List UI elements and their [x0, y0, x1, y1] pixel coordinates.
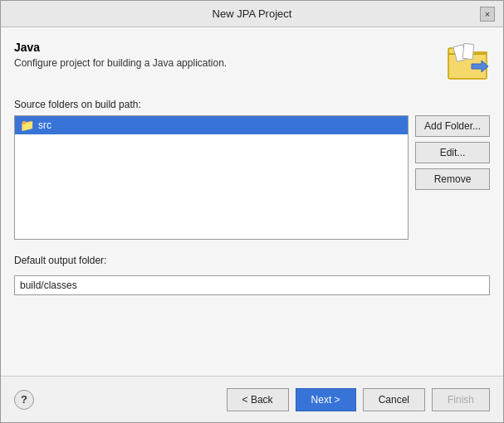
footer: ? < Back Next > Cancel Finish: [1, 376, 503, 422]
header-text: Java Configure project for building a Ja…: [14, 41, 447, 69]
page-description: Configure project for building a Java ap…: [14, 57, 447, 69]
footer-left: ?: [14, 390, 34, 410]
list-item[interactable]: 📁 src: [15, 116, 408, 134]
cancel-button[interactable]: Cancel: [363, 388, 425, 411]
content-area: Java Configure project for building a Ja…: [1, 27, 503, 376]
finish-button[interactable]: Finish: [432, 388, 490, 411]
edit-button[interactable]: Edit...: [415, 142, 490, 163]
source-folders-section: 📁 src Add Folder... Edit... Remove: [14, 115, 490, 240]
remove-button[interactable]: Remove: [415, 168, 490, 190]
dialog-title: New JPA Project: [24, 7, 480, 20]
add-folder-button[interactable]: Add Folder...: [415, 115, 490, 137]
source-item-name: src: [38, 119, 51, 131]
footer-right: < Back Next > Cancel Finish: [227, 388, 490, 411]
close-button[interactable]: ×: [480, 7, 495, 22]
source-folders-list: 📁 src: [14, 115, 409, 240]
help-button[interactable]: ?: [14, 390, 34, 410]
java-icon-svg: [447, 41, 490, 84]
folder-icon: 📁: [20, 119, 34, 132]
output-folder-label: Default output folder:: [14, 255, 490, 266]
output-folder-section: Default output folder:: [14, 255, 490, 295]
back-button[interactable]: < Back: [227, 388, 289, 411]
page-title: Java: [14, 41, 447, 54]
output-folder-input[interactable]: [14, 275, 490, 295]
header-section: Java Configure project for building a Ja…: [14, 41, 490, 84]
dialog: New JPA Project × Java Configure project…: [0, 0, 504, 423]
source-folders-label: Source folders on build path:: [14, 99, 490, 110]
next-button[interactable]: Next >: [296, 388, 356, 411]
title-bar: New JPA Project ×: [1, 1, 503, 27]
java-project-icon: [447, 41, 490, 84]
svg-rect-2: [462, 44, 474, 60]
side-buttons: Add Folder... Edit... Remove: [415, 115, 490, 240]
